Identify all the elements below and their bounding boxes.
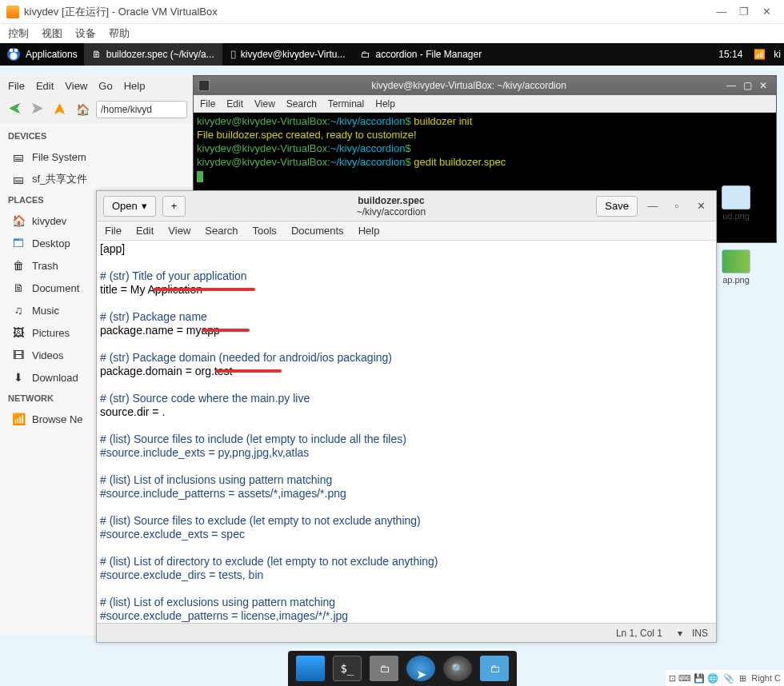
menu-view[interactable]: View <box>254 98 275 110</box>
menu-edit[interactable]: Edit <box>36 80 54 92</box>
taskbar-tab-gedit[interactable]: 🗎 buildozer.spec (~/kivy/a... <box>84 43 222 66</box>
gedit-icon: 🗎 <box>92 49 102 60</box>
menu-search[interactable]: Search <box>286 98 317 110</box>
desktop: File Edit View Go Help ⮜ ⮞ ⮝ 🏠 /home/kiv… <box>0 66 784 686</box>
menu-file[interactable]: File <box>200 98 215 110</box>
sidebar-item-label: Download <box>32 372 78 384</box>
forward-button[interactable]: ⮞ <box>29 101 46 118</box>
minimize-button[interactable]: — <box>644 200 662 212</box>
cursor-arrow-icon: ➤ <box>416 667 426 682</box>
dock: $_ 🗀 ➤ 🔍 🗀 <box>288 651 517 686</box>
dock-browser-button[interactable]: ➤ <box>406 656 435 681</box>
highlight-underline <box>153 288 255 291</box>
indicator-icon[interactable]: 📶 <box>749 49 770 60</box>
term-cmd: gedit buildozer.spec <box>414 156 506 168</box>
maximize-button[interactable]: ▫ <box>668 200 686 212</box>
sidebar-item-label: Music <box>32 305 59 317</box>
wifi-icon: 📶 <box>11 412 26 426</box>
home-button[interactable]: 🏠 <box>74 101 91 118</box>
filemgr-navbar: ⮜ ⮞ ⮝ 🏠 /home/kivyd <box>0 96 194 123</box>
menu-file[interactable]: File <box>8 80 25 92</box>
applications-menu[interactable]: Applications <box>0 43 84 66</box>
status-icons[interactable]: 📎 <box>723 673 734 684</box>
save-label: Save <box>605 200 629 212</box>
minimize-button[interactable]: — <box>710 6 733 18</box>
gedit-toolbar: Open▾ + buildozer.spec ~/kivy/accordion … <box>97 191 716 221</box>
xfce-mouse-icon <box>6 47 21 62</box>
minimize-button[interactable]: — <box>723 80 739 91</box>
terminal-cursor <box>197 171 203 182</box>
restore-button[interactable]: ❐ <box>733 6 755 18</box>
terminal-icon: ⌷ <box>230 49 236 60</box>
menu-terminal[interactable]: Terminal <box>328 98 364 110</box>
dock-desktop-button[interactable] <box>296 656 325 681</box>
menu-go[interactable]: Go <box>98 80 112 92</box>
terminal-titlebar[interactable]: kivydev@kivydev-VirtualBox: ~/kivy/accor… <box>194 76 776 95</box>
taskbar-tab-filemanager[interactable]: 🗀 accordion - File Manager <box>353 43 490 66</box>
virtualbox-logo-icon <box>6 6 19 18</box>
save-button[interactable]: Save <box>596 196 638 217</box>
close-button[interactable]: ✕ <box>755 6 778 18</box>
doc-icon: 🗎 <box>11 281 26 295</box>
taskbar-tab-label: accordion - File Manager <box>375 49 482 60</box>
back-button[interactable]: ⮜ <box>6 101 24 118</box>
close-button[interactable]: ✕ <box>692 200 710 212</box>
download-icon: ⬇ <box>11 370 26 385</box>
menu-documents[interactable]: Documents <box>291 225 344 237</box>
menu-edit[interactable]: Edit <box>136 225 154 237</box>
menu-devices[interactable]: 设备 <box>75 26 96 41</box>
menu-view[interactable]: View <box>65 80 87 92</box>
dock-filemanager-button[interactable]: 🗀 <box>370 656 398 681</box>
open-button[interactable]: Open▾ <box>103 196 156 217</box>
dock-search-button[interactable]: 🔍 <box>443 656 472 681</box>
open-label: Open <box>112 200 138 212</box>
gedit-content[interactable]: [app] # (str) Title of your application … <box>97 241 716 623</box>
status-icons[interactable]: ⊡ ⌨ 💾 🌐 <box>669 673 718 684</box>
menu-file[interactable]: File <box>105 225 122 237</box>
taskbar-tab-terminal[interactable]: ⌷ kivydev@kivydev-Virtu... <box>222 43 354 66</box>
gedit-title-path: ~/kivy/accordion <box>192 206 590 217</box>
sidebar-item-label: Document <box>32 282 79 294</box>
gedit-statusbar: Ln 1, Col 1 ▾ INS <box>97 623 716 642</box>
sidebar-item-shared[interactable]: 🖴sf_共享文件 <box>0 168 194 190</box>
gedit-title: buildozer.spec ~/kivy/accordion <box>192 195 590 217</box>
menu-edit[interactable]: Edit <box>226 98 243 110</box>
taskbar-tab-label: kivydev@kivydev-Virtu... <box>241 49 346 60</box>
highlight-underline <box>202 329 250 332</box>
chevron-down-icon: ▾ <box>142 200 147 212</box>
maximize-button[interactable]: ▢ <box>739 80 755 91</box>
new-tab-button[interactable]: + <box>162 196 186 217</box>
close-button[interactable]: ✕ <box>755 80 771 91</box>
menu-control[interactable]: 控制 <box>8 26 29 41</box>
menu-search[interactable]: Search <box>205 225 238 237</box>
clock[interactable]: 15:14 <box>712 49 749 60</box>
menu-view[interactable]: View <box>168 225 190 237</box>
menu-help[interactable]: Help <box>124 80 146 92</box>
code-area[interactable]: [app] # (str) Title of your application … <box>97 241 716 623</box>
menu-help[interactable]: Help <box>358 225 380 237</box>
sidebar-item-label: Trash <box>32 260 58 272</box>
menu-help[interactable]: 帮助 <box>109 26 130 41</box>
menu-tools[interactable]: Tools <box>253 225 277 237</box>
svg-point-3 <box>10 53 18 60</box>
dock-terminal-button[interactable]: $_ <box>333 656 362 681</box>
home-icon: 🏠 <box>11 213 26 228</box>
highlight-underline <box>215 369 282 373</box>
dock-folder-button[interactable]: 🗀 <box>480 656 509 681</box>
desktop-file-label: ap.png <box>722 275 750 285</box>
host-key-label: Right C <box>751 673 781 683</box>
term-cmd: buildozer init <box>414 115 472 127</box>
videos-icon: 🎞 <box>11 348 26 362</box>
menu-help[interactable]: Help <box>375 98 395 110</box>
status-position: Ln 1, Col 1 <box>610 627 668 640</box>
path-input[interactable]: /home/kivyd <box>96 101 187 118</box>
drive-icon: 🖴 <box>11 172 26 186</box>
up-button[interactable]: ⮝ <box>51 101 69 118</box>
chevron-down-icon[interactable]: ▾ <box>678 628 682 639</box>
image-file-icon <box>722 249 750 273</box>
sidebar-item-label: Pictures <box>32 327 70 339</box>
sidebar-item-label: File System <box>32 151 86 163</box>
sidebar-item-filesystem[interactable]: 🖴File System <box>0 146 194 168</box>
sidebar-item-label: kivydev <box>32 215 66 227</box>
menu-view[interactable]: 视图 <box>42 26 62 41</box>
